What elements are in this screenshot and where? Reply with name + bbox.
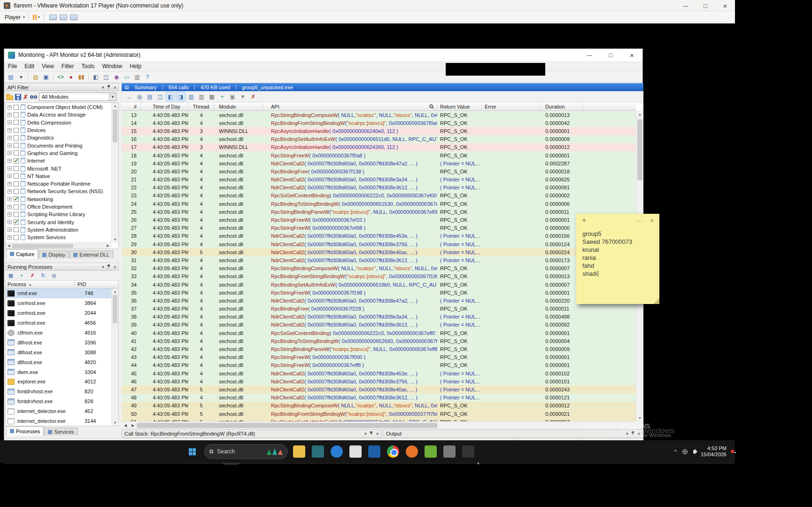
api-call-row[interactable]: 174:43:09.483 PM3WINNSI.DLLRpcAsyncIniti…: [122, 143, 636, 151]
maximize-button[interactable]: [696, 0, 715, 11]
com-monitor-icon[interactable]: ◉: [112, 72, 121, 82]
notepadpp-icon[interactable]: [425, 445, 437, 458]
filter-category[interactable]: +Delta Compression: [6, 119, 111, 126]
refresh-icon[interactable]: ↻: [39, 271, 48, 280]
tray-overflow-icon[interactable]: [674, 449, 677, 454]
usb-monitor-icon[interactable]: ▭: [122, 72, 131, 82]
filter-category[interactable]: +Data Access and Storage: [6, 111, 111, 118]
category-checkbox[interactable]: [14, 235, 19, 240]
close-icon[interactable]: ×: [376, 431, 379, 437]
store-icon[interactable]: [312, 445, 324, 458]
search-icon[interactable]: [429, 104, 433, 108]
host-clock[interactable]: 4:53 PM 15/04/2026: [701, 445, 727, 458]
chevron-down-icon[interactable]: ▾: [102, 265, 104, 269]
expand-icon[interactable]: +: [8, 105, 12, 109]
expand-icon[interactable]: +: [8, 113, 12, 117]
filter-category[interactable]: +Networking: [6, 195, 111, 203]
api-call-row[interactable]: 364:43:09.483 PM4sechost.dllNdrClientCal…: [122, 296, 636, 304]
help-icon[interactable]: ?: [143, 72, 152, 82]
api-call-row[interactable]: 254:43:09.483 PM4sechost.dllRpcStringBin…: [122, 208, 636, 216]
api-call-row[interactable]: 504:43:09.483 PM5sechost.dllRpcBindingFr…: [122, 410, 636, 418]
filter-category[interactable]: +System Administration: [6, 226, 111, 234]
menu-filter[interactable]: Filter: [58, 61, 78, 71]
columns-icon[interactable]: ▥: [197, 92, 206, 101]
close-button[interactable]: [621, 49, 642, 61]
process-row[interactable]: explorer.exe4012: [6, 377, 111, 387]
pin-icon[interactable]: [107, 264, 111, 269]
filter-category[interactable]: +Devices: [6, 126, 111, 134]
api-call-row[interactable]: 474:43:09.483 PM5sechost.dllNdrClientCal…: [122, 385, 636, 393]
filter-category[interactable]: +Scripting Runtime Library: [6, 211, 111, 218]
process-row[interactable]: conhost.exe3864: [6, 298, 111, 308]
find-icon[interactable]: ◎: [135, 92, 144, 101]
find-filter-icon[interactable]: [30, 95, 37, 99]
terminate-icon[interactable]: ✗: [28, 271, 37, 280]
api-call-row[interactable]: 494:43:09.483 PM5sechost.dllRpcStringBin…: [122, 402, 636, 410]
layout-split-icon[interactable]: ◫: [101, 72, 111, 82]
filter-category[interactable]: +Office Development: [6, 203, 111, 211]
api-call-row[interactable]: 184:43:09.483 PM4sechost.dllRpcStringFre…: [122, 151, 636, 159]
process-list-scrollbar[interactable]: ▲ ▼: [111, 289, 118, 426]
category-checkbox[interactable]: [14, 105, 19, 110]
capture-view-icon[interactable]: ▤: [6, 72, 15, 82]
category-checkbox[interactable]: [14, 143, 19, 148]
expand-icon[interactable]: +: [8, 159, 12, 163]
sticky-note-body[interactable]: group5Saeed 767000073krunalraniafahdshad…: [576, 227, 659, 278]
copy-icon[interactable]: ▣: [228, 92, 237, 101]
stretch-display-icon[interactable]: [60, 15, 67, 20]
player-menu[interactable]: Player ▾: [5, 14, 25, 21]
column-header-thread[interactable]: Thread: [188, 102, 214, 110]
table-horizontal-scrollbar[interactable]: ◀▶: [122, 421, 636, 429]
pause-icon[interactable]: ▮▮: [77, 72, 86, 82]
category-checkbox[interactable]: [14, 158, 19, 164]
office-icon[interactable]: [349, 445, 362, 458]
save-icon[interactable]: ▣: [41, 72, 51, 82]
chevron-down-icon[interactable]: ▾: [626, 431, 628, 436]
maximize-button[interactable]: [600, 49, 621, 61]
expand-icon[interactable]: +: [8, 128, 12, 133]
pin-icon[interactable]: [370, 431, 373, 436]
api-call-row[interactable]: 384:43:09.483 PM4sechost.dllNdrClientCal…: [122, 313, 636, 321]
monitor-process-icon[interactable]: ▦: [6, 271, 15, 280]
process-row[interactable]: conhost.exe4656: [6, 318, 111, 328]
filter-category[interactable]: +Internet: [6, 157, 111, 164]
bottom-tab-services[interactable]: Services: [44, 428, 77, 436]
column-header-module[interactable]: Module: [214, 102, 263, 110]
api-call-row[interactable]: 484:43:09.483 PM4sechost.dllNdrClientCal…: [122, 394, 636, 402]
process-row[interactable]: dllhost.exe4820: [6, 357, 111, 367]
api-call-row[interactable]: 154:43:09.483 PM3WINNSI.DLLRpcAsyncIniti…: [122, 127, 636, 135]
process-column-header[interactable]: Process ▲: [6, 281, 75, 288]
api-call-row[interactable]: 244:43:09.483 PM4sechost.dllRpcBindingTo…: [122, 200, 636, 208]
add-note-icon[interactable]: [582, 216, 586, 225]
expand-icon[interactable]: +: [8, 136, 12, 140]
column-header-error[interactable]: Error: [482, 102, 541, 110]
menu-file[interactable]: File: [4, 61, 21, 71]
suspend-vm-button[interactable]: ▾: [33, 15, 40, 20]
category-checkbox[interactable]: [14, 227, 19, 232]
save-filter-icon[interactable]: [15, 94, 21, 100]
open-icon[interactable]: ▨: [31, 72, 40, 82]
process-row[interactable]: dllhost.exe3396: [6, 337, 111, 347]
api-call-row[interactable]: 464:43:09.483 PM4sechost.dllNdrClientCal…: [122, 377, 636, 385]
category-checkbox[interactable]: [14, 128, 19, 133]
expand-icon[interactable]: +: [8, 182, 12, 186]
outlook-icon[interactable]: [368, 445, 380, 458]
filter-tab-display[interactable]: Display: [39, 250, 69, 258]
find-process-icon[interactable]: ◎: [49, 271, 59, 280]
api-call-row[interactable]: 394:43:09.483 PM4sechost.dllNdrClientCal…: [122, 321, 636, 329]
api-call-row[interactable]: 424:43:09.483 PM4sechost.dllRpcStringBin…: [122, 345, 636, 353]
file-explorer-icon[interactable]: [293, 445, 305, 458]
filter-category[interactable]: +Diagnostics: [6, 134, 111, 141]
display-settings-icon[interactable]: [49, 15, 57, 20]
pid-column-header[interactable]: PID: [75, 281, 118, 287]
volume-icon[interactable]: [693, 450, 695, 453]
api-call-row[interactable]: 164:43:09.483 PM4sechost.dllRpcBindingSe…: [122, 135, 636, 143]
edge-icon[interactable]: [331, 445, 343, 458]
filter-category[interactable]: +Microsoft .NET: [6, 164, 111, 172]
more-options-icon[interactable]: [636, 217, 643, 224]
chevron-down-icon[interactable]: ▾: [102, 85, 104, 90]
tree-vertical-scrollbar[interactable]: ▲ ▼: [111, 103, 118, 242]
view-grid-icon[interactable]: ▤: [145, 92, 155, 101]
api-call-row[interactable]: 404:43:09.483 PM4sechost.dllRpcSsGetCont…: [122, 329, 636, 337]
minimize-button[interactable]: [676, 0, 696, 11]
